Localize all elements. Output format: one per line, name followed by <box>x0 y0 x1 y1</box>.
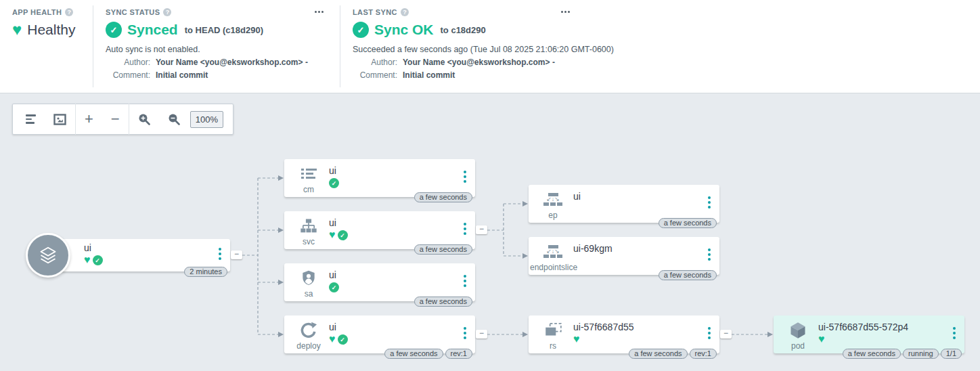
synced-check-icon: ✓ <box>338 334 348 345</box>
last-sync-label: LAST SYNC <box>353 8 397 16</box>
node-name: ui <box>329 165 339 176</box>
endpointslice-icon: ↙↓↘ <box>537 240 569 263</box>
layout-list-icon[interactable] <box>17 104 45 135</box>
comment-label: Comment: <box>353 70 397 80</box>
sync-ok-check-icon: ✓ <box>353 22 369 38</box>
node-kind: ep <box>537 211 569 220</box>
node-menu-icon[interactable] <box>707 195 712 210</box>
node-application-ui[interactable]: ui ♥ ✓ 2 minutes <box>43 239 230 271</box>
comment-label: Comment: <box>106 70 150 80</box>
synced-check-icon: ✓ <box>106 22 122 38</box>
help-icon[interactable]: ? <box>401 8 409 16</box>
node-kind: sa <box>292 289 325 299</box>
configmap-icon <box>292 162 325 185</box>
endpoints-icon: ↙↓↘ <box>537 188 569 211</box>
author-label: Author: <box>106 58 150 67</box>
rev-badge: rev:1 <box>690 349 717 359</box>
node-name: ui-57f6687d55-572p4 <box>818 322 908 332</box>
fit-to-screen-icon[interactable] <box>45 104 75 135</box>
node-service-ui[interactable]: svc ui ♥ ✓ a few seconds <box>284 211 475 249</box>
collapse-handle[interactable]: − <box>720 330 732 339</box>
node-deployment-ui[interactable]: deploy ui ♥ ✓ a few seconds rev:1 <box>284 315 475 353</box>
last-sync-note: Succeeded a few seconds ago (Tue Jul 08 … <box>353 45 980 54</box>
node-menu-icon[interactable] <box>462 169 468 184</box>
node-kind: rs <box>537 341 569 351</box>
application-icon[interactable] <box>26 233 70 278</box>
healthy-heart-icon: ♥ <box>84 255 91 265</box>
sync-status-menu-icon[interactable] <box>315 11 324 13</box>
node-kind: pod <box>782 341 814 351</box>
zoom-level-input[interactable]: 100% <box>190 111 223 128</box>
node-endpointslice-ui-69kgm[interactable]: ↙↓↘ endpointslice ui-69kgm a few seconds <box>529 237 719 275</box>
age-badge: a few seconds <box>414 192 472 202</box>
healthy-heart-icon: ♥ <box>818 334 825 345</box>
node-menu-icon[interactable] <box>462 274 468 288</box>
magnifier-zoom-in-icon[interactable] <box>129 104 159 135</box>
service-icon <box>292 215 325 237</box>
app-summary-bar: APP HEALTH ? ♥ Healthy SYNC STATUS ? ✓ S… <box>0 0 980 93</box>
node-name: ui <box>329 322 348 332</box>
node-menu-icon[interactable] <box>217 246 223 261</box>
node-menu-icon[interactable] <box>952 326 957 341</box>
healthy-heart-icon: ♥ <box>12 22 22 37</box>
pod-icon <box>782 319 814 341</box>
author-value: Your Name <you@eksworkshop.com> - <box>403 58 555 67</box>
last-sync-menu-icon[interactable] <box>561 11 570 13</box>
healthy-heart-icon: ♥ <box>573 334 580 345</box>
zoom-in-plus-button[interactable]: + <box>76 104 102 135</box>
age-badge: a few seconds <box>659 218 717 228</box>
app-health-label: APP HEALTH <box>12 8 62 16</box>
resource-tree: + − 100% ui ♥ ✓ <box>0 93 980 371</box>
sync-status-value[interactable]: Synced <box>127 22 178 38</box>
node-endpoints-ui[interactable]: ↙↓↘ ep ui a few seconds <box>529 185 719 223</box>
app-health-panel: APP HEALTH ? ♥ Healthy <box>0 0 93 93</box>
node-name: ui-69kgm <box>573 243 612 254</box>
age-badge: a few seconds <box>414 297 472 307</box>
synced-check-icon: ✓ <box>329 178 339 188</box>
node-kind: deploy <box>292 341 325 351</box>
last-sync-value[interactable]: Sync OK <box>374 22 434 38</box>
app-health-value: Healthy <box>27 22 75 38</box>
node-serviceaccount-ui[interactable]: sa ui ✓ a few seconds <box>284 263 475 301</box>
zoom-out-minus-button[interactable]: − <box>102 104 129 135</box>
age-badge: 2 minutes <box>184 267 227 277</box>
node-menu-icon[interactable] <box>707 326 712 341</box>
age-badge: a few seconds <box>384 349 443 359</box>
healthy-heart-icon: ♥ <box>329 230 336 240</box>
node-menu-icon[interactable] <box>707 247 712 262</box>
node-kind: endpointslice <box>530 263 562 272</box>
magnifier-zoom-out-icon[interactable] <box>159 104 189 135</box>
replicaset-icon <box>537 319 569 341</box>
age-badge: a few seconds <box>414 244 472 255</box>
age-badge: a few seconds <box>659 270 717 280</box>
collapse-handle[interactable]: − <box>231 250 242 259</box>
healthy-heart-icon: ♥ <box>329 334 336 345</box>
help-icon[interactable]: ? <box>65 8 73 16</box>
synced-check-icon: ✓ <box>329 282 339 292</box>
synced-check-icon: ✓ <box>93 255 103 265</box>
comment-value: Initial commit <box>156 70 208 80</box>
ready-badge: 1/1 <box>941 349 962 359</box>
comment-value: Initial commit <box>403 70 455 80</box>
last-sync-revision: to c18d290 <box>441 25 486 35</box>
help-icon[interactable]: ? <box>163 8 171 16</box>
last-sync-panel: LAST SYNC ? ✓ Sync OK to c18d290 Succeed… <box>340 0 980 93</box>
node-replicaset-ui-57f6687d55[interactable]: rs ui-57f6687d55 ♥ a few seconds rev:1 <box>529 315 719 353</box>
serviceaccount-icon <box>292 267 325 289</box>
author-value: Your Name <you@eksworkshop.com> - <box>156 58 308 67</box>
age-badge: a few seconds <box>843 349 901 359</box>
sync-status-panel: SYNC STATUS ? ✓ Synced to HEAD (c18d290)… <box>93 0 340 93</box>
collapse-handle[interactable]: − <box>476 225 487 234</box>
auto-sync-note: Auto sync is not enabled. <box>106 45 340 54</box>
node-pod-ui-57f6687d55-572p4[interactable]: pod ui-57f6687d55-572p4 ♥ a few seconds … <box>774 315 964 353</box>
node-kind: svc <box>292 237 325 246</box>
node-name: ui <box>84 242 103 253</box>
node-configmap-ui[interactable]: cm ui ✓ a few seconds <box>284 159 475 197</box>
sync-revision: to HEAD (c18d290) <box>185 25 263 35</box>
node-name: ui-57f6687d55 <box>573 322 634 332</box>
age-badge: a few seconds <box>629 349 687 359</box>
node-menu-icon[interactable] <box>462 221 468 236</box>
collapse-handle[interactable]: − <box>476 330 487 339</box>
node-menu-icon[interactable] <box>462 326 468 341</box>
node-name: ui <box>329 217 348 228</box>
